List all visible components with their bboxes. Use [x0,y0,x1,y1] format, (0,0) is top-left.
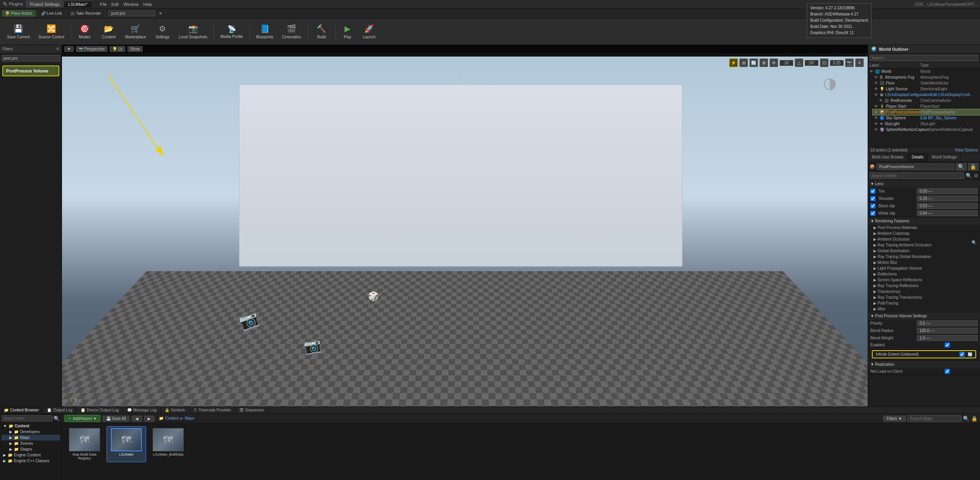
tab-sequencer[interactable]: 🎬 Sequencer [235,407,268,413]
toe-checkbox[interactable] [870,189,875,194]
modes-btn[interactable]: 🎯 Modes [73,22,96,41]
cb-item-lsumain[interactable]: 🗺 LSUMain [107,427,146,462]
tab-multi-user-browse[interactable]: Multi-User Browse [868,153,908,162]
blend-weight-value[interactable]: 1.0 ⟺ [917,335,978,341]
rendering-global-illumination[interactable]: ▶ Global Illumination [868,248,980,254]
outliner-item-player-start[interactable]: 👁 🧍 Player Start PlayerStart [873,103,980,109]
take-recorder-btn[interactable]: 🎥 Take Recorder [68,11,103,16]
details-search-icon-btn[interactable]: 🔍 [966,173,972,179]
live-link-btn[interactable]: 🔗 Live Link [39,11,64,16]
actor-name-input[interactable] [877,163,954,170]
search-maps-btn[interactable]: 🔍 [963,416,970,422]
rendering-ray-tracing-reflections[interactable]: ▶ Ray Tracing Reflections [868,283,980,289]
outliner-item-floor[interactable]: 👁 ⬛ Floor StaticMeshActor [873,80,980,86]
infinite-extent-checkbox[interactable] [959,352,964,357]
play-btn[interactable]: ▶ Play [338,22,357,41]
tab-content-browser[interactable]: 📁 Content Browser [0,407,43,413]
postprocess-volume-item[interactable]: PostProcess Volume [2,65,59,76]
cb-lock-btn[interactable]: 🔒 [971,416,978,422]
scale-value-input[interactable] [830,60,844,66]
drag-handle[interactable]: ⟺ [928,212,933,215]
menu-help[interactable]: Help [143,2,152,7]
outliner-item-world[interactable]: 👁 🌐 World World [868,69,980,74]
save-all-btn[interactable]: 💾 Save All [103,416,129,422]
grid-snap-btn[interactable]: ⊞ [739,58,748,67]
net-load-checkbox[interactable] [917,369,978,374]
search-maps-input[interactable] [907,415,961,422]
camera-icon[interactable]: 📷 [845,58,854,67]
outliner-item-ppv[interactable]: 👁 📦 PostProcessVolume PostProcessVolume [873,109,980,115]
search-paths-input[interactable] [2,415,53,422]
outliner-item-redkomodo[interactable]: 👁 🎥 RedKomodo CineCameraActor [877,98,980,103]
viewport-scene[interactable]: 📷 📷 🎲 ⚙ ◑ X Y Z [62,57,868,406]
launch-btn[interactable]: 🚀 Launch [357,22,381,41]
details-filter-btn[interactable]: ⚙ [974,173,978,179]
camera-speed-val[interactable]: 4 [855,58,864,67]
tab-project-settings[interactable]: Project Settings [26,1,64,7]
rotation-snap-btn[interactable]: 🔄 [749,58,758,67]
build-btn[interactable]: 🔨 Build [310,22,333,41]
menu-edit[interactable]: Edit [111,2,119,7]
actor-search-input[interactable] [109,10,155,16]
tab-device-output-log[interactable]: 📋 Device Output Log [77,407,123,413]
perspective-btn[interactable]: 📷 Perspective [76,46,107,52]
show-btn[interactable]: Show [127,46,143,52]
tree-content[interactable]: ▼ 📁 Content [2,423,60,429]
ppv-settings-header[interactable]: ▼ Post Process Volume Settings [868,312,980,320]
rendering-reflections[interactable]: ▶ Reflections [868,271,980,277]
cb-item-map-build-data[interactable]: 🗺 Map Build DataRegistry [65,427,104,462]
cb-back-btn[interactable]: ◀ [132,416,142,422]
drag-handle[interactable]: ⟺ [928,189,933,193]
priority-value[interactable]: 0.0 ⟺ [917,320,978,326]
tab-lsumain[interactable]: LSUMain* [64,1,91,7]
tree-scenes[interactable]: ▶ 📁 Scenes [2,440,60,446]
rotation-value-input[interactable] [805,60,818,66]
place-actors-btn[interactable]: 📦 Place Actors [2,10,35,16]
enabled-checkbox[interactable] [917,342,978,348]
path-content[interactable]: Content [165,416,179,420]
tab-genlock[interactable]: 🔒 Genlock [161,407,189,413]
search-paths-btn[interactable]: 🔍 [53,416,60,422]
shoulder-checkbox[interactable] [870,196,875,201]
rendering-ambient-occlusion[interactable]: ▶ Ambient Occlusion [868,236,980,242]
tree-maps[interactable]: ▶ 📁 Maps [2,435,60,440]
content-btn[interactable]: 📂 Content [97,22,121,41]
left-panel-close-btn[interactable]: ✕ [56,46,59,52]
replication-section-header[interactable]: ▼ Replication [868,361,980,368]
media-profile-btn[interactable]: 📡 Media Profile [216,23,247,40]
rendering-misc[interactable]: ▶ Misc [868,306,980,312]
scale-icon[interactable]: ⊡ [820,58,828,67]
camera-speed-icon[interactable]: ⚡ [729,58,738,67]
blueprints-btn[interactable]: 📘 Blueprints [252,22,277,41]
rendering-section-header[interactable]: ▼ Rendering Features [868,217,980,225]
rendering-light-propagation[interactable]: ▶ Light Propagation Volume [868,265,980,271]
tree-developers[interactable]: ▶ 📁 Developers [2,429,60,435]
tree-engine-content[interactable]: ▶ 📁 Engine Content [2,452,60,458]
close-search-btn[interactable]: ✕ [157,11,164,16]
actor-lock-btn[interactable]: 🔒 [968,163,978,170]
drag-handle[interactable]: ⟺ [926,336,931,340]
left-search-input[interactable] [2,55,60,62]
tab-message-log[interactable]: 💬 Message Log [123,407,161,413]
black-clip-value[interactable]: 0.03 ⟺ [917,203,978,209]
blend-radius-value[interactable]: 100.0 ⟺ [917,328,978,334]
rendering-ambient-cubemap[interactable]: ▶ Ambient Cubemap [868,231,980,236]
path-maps[interactable]: Maps [185,416,194,420]
tab-timecode-provider[interactable]: ⏱ Timecode Provider [189,407,236,413]
outliner-item-lsu-display[interactable]: 👁 🖥 LSUnDisplayConfiguration Edit LSUnDi… [873,92,980,98]
angle-icon[interactable]: △ [795,58,803,67]
rendering-motion-blur[interactable]: ▶ Motion Blur [868,260,980,265]
tab-output-log[interactable]: 📋 Output Log [43,407,76,413]
rendering-translucency[interactable]: ▶ Translucency [868,289,980,294]
grid-value-input[interactable] [780,60,793,66]
settings-btn[interactable]: ⚙ Settings [151,22,174,41]
filters-btn[interactable]: Filters ▼ [883,416,906,422]
rendering-ray-tracing-translucency[interactable]: ▶ Ray Tracing Translucency [868,294,980,300]
outliner-item-light-source[interactable]: 👁 💡 Light Source DirectionalLight [873,86,980,92]
level-snapshots-btn[interactable]: 📸 Level Snapshots [175,22,211,41]
tree-engine-cpp[interactable]: ▶ 📁 Engine C++ Classes [2,458,60,464]
cb-forward-btn[interactable]: ▶ [144,416,154,422]
lit-btn[interactable]: 💡 Lit [110,46,125,52]
menu-file[interactable]: File [100,2,107,7]
vp-settings-1[interactable]: ⚙ [770,58,778,67]
